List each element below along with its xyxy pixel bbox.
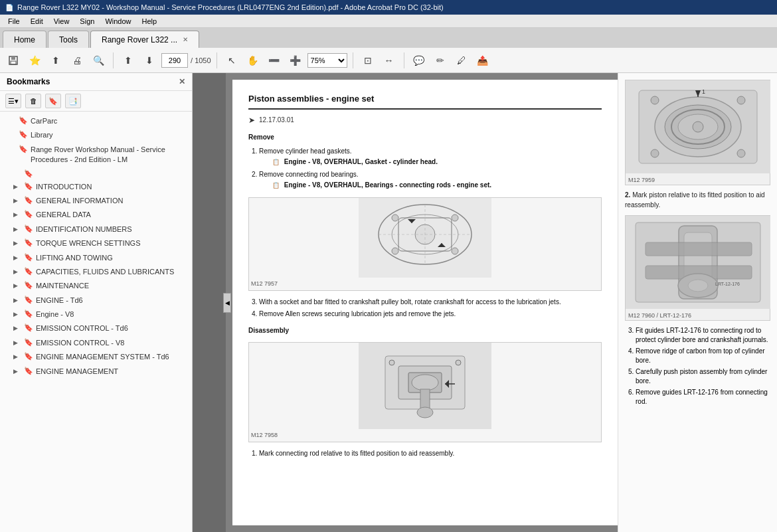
separator-1 bbox=[113, 52, 114, 68]
bookmark-icon: 🔖 bbox=[24, 253, 33, 262]
bookmarks-list: 🔖 CarParc 🔖 Library 🔖 Range Rover Worksh… bbox=[0, 112, 192, 532]
svg-point-15 bbox=[452, 215, 458, 221]
fit-page-button[interactable]: ⊡ bbox=[359, 51, 377, 70]
main-area: Bookmarks ✕ ☰▾ 🗑 🔖 📑 🔖 CarParc 🔖 Library bbox=[0, 73, 777, 532]
menu-edit[interactable]: Edit bbox=[25, 16, 48, 27]
bookmark-item-carparc[interactable]: 🔖 CarParc bbox=[0, 114, 192, 128]
bookmark-label: GENERAL DATA bbox=[36, 210, 187, 220]
share-button[interactable]: ⬆ bbox=[46, 51, 65, 70]
bookmark-label: IDENTIFICATION NUMBERS bbox=[36, 224, 187, 234]
bookmark-item-introduction[interactable]: ▶ 🔖 INTRODUCTION bbox=[0, 180, 192, 194]
svg-text:LRT-12-176: LRT-12-176 bbox=[715, 282, 740, 286]
bookmarks-close-icon[interactable]: ✕ bbox=[179, 77, 185, 86]
tab-tools[interactable]: Tools bbox=[48, 31, 89, 48]
pdf-step2-note: 📋 Engine - V8, OVERHAUL, Bearings - conn… bbox=[259, 181, 602, 191]
tab-document-label: Range Rover L322 ... bbox=[102, 35, 177, 44]
bookmark-item-general-info[interactable]: ▶ 🔖 GENERAL INFORMATION bbox=[0, 194, 192, 208]
tab-tools-label: Tools bbox=[59, 35, 78, 44]
pdf-step-4: Remove Allen screws securing lubrication… bbox=[259, 310, 602, 319]
bookmark-item-maintenance[interactable]: ▶ 🔖 MAINTENANCE bbox=[0, 279, 192, 293]
prev-page-button[interactable]: ⬆ bbox=[119, 51, 137, 70]
bookmarks-title: Bookmarks bbox=[7, 77, 50, 86]
bookmark-item-manual[interactable]: 🔖 Range Rover Workshop Manual - Service … bbox=[0, 143, 192, 167]
rp-step-6: Remove guides LRT-12-176 from connecting… bbox=[636, 388, 770, 406]
rp-caption-2: M12 7960 / LRT-12-176 bbox=[626, 311, 770, 320]
zoom-out-button[interactable]: ➖ bbox=[265, 51, 284, 70]
expand-icon: ▶ bbox=[13, 268, 23, 275]
expand-icon: ▶ bbox=[13, 339, 23, 346]
pdf-step1-note: 📋 Engine - V8, OVERHAUL, Gasket - cylind… bbox=[259, 157, 602, 167]
bookmark-label: INTRODUCTION bbox=[36, 182, 187, 192]
menu-file[interactable]: File bbox=[3, 16, 25, 27]
zoom-in-button[interactable]: ➕ bbox=[286, 51, 305, 70]
svg-point-36 bbox=[651, 96, 659, 104]
bookmark-icon: 🔖 bbox=[19, 145, 28, 153]
bookmark-item-engine-td6[interactable]: ▶ 🔖 ENGINE - Td6 bbox=[0, 294, 192, 308]
highlight-button[interactable]: ✏ bbox=[431, 51, 450, 70]
bm-options-button[interactable]: ☰▾ bbox=[5, 94, 21, 108]
expand-icon: ▶ bbox=[13, 297, 23, 304]
expand-icon: ▶ bbox=[13, 211, 23, 218]
bookmark-item-emission-v8[interactable]: ▶ 🔖 EMISSION CONTROL - V8 bbox=[0, 336, 192, 350]
share2-button[interactable]: 📤 bbox=[474, 51, 492, 70]
bookmark-label: MAINTENANCE bbox=[36, 281, 187, 291]
tools-more-button[interactable]: 🖊 bbox=[452, 51, 471, 70]
expand-icon: ▶ bbox=[13, 311, 23, 317]
pdf-step-3: With a socket and bar fitted to cranksha… bbox=[259, 298, 602, 308]
bookmark-item-eng-mgmt[interactable]: ▶ 🔖 ENGINE MANAGEMENT bbox=[0, 365, 192, 379]
bookmark-label: CAPACITIES, FLUIDS AND LUBRICANTS bbox=[36, 267, 187, 277]
tab-document[interactable]: Range Rover L322 ... ✕ bbox=[90, 31, 199, 48]
menu-sign[interactable]: Sign bbox=[74, 16, 100, 27]
bookmark-item-capacities[interactable]: ▶ 🔖 CAPACITIES, FLUIDS AND LUBRICANTS bbox=[0, 265, 192, 279]
bookmark-item-eng-mgmt-td6[interactable]: ▶ 🔖 ENGINE MANAGEMENT SYSTEM - Td6 bbox=[0, 350, 192, 364]
pdf-image-1: M12 7957 bbox=[248, 197, 602, 291]
bookmark-item-torque-wrench[interactable]: ▶ 🔖 TORQUE WRENCH SETTINGS bbox=[0, 236, 192, 250]
expand-icon: ▶ bbox=[13, 368, 23, 375]
tab-home[interactable]: Home bbox=[3, 31, 46, 48]
fit-width-button[interactable]: ↔ bbox=[380, 51, 398, 70]
menu-view[interactable]: View bbox=[48, 16, 75, 27]
comment-button[interactable]: 💬 bbox=[410, 51, 428, 70]
bookmark-label: EMISSION CONTROL - V8 bbox=[36, 338, 187, 348]
menu-window[interactable]: Window bbox=[100, 16, 136, 27]
bookmark-item-general-data[interactable]: ▶ 🔖 GENERAL DATA bbox=[0, 208, 192, 222]
panel-collapse-button[interactable]: ◀ bbox=[223, 293, 231, 313]
next-page-button[interactable]: ⬇ bbox=[140, 51, 159, 70]
bookmark-label: LIFTING AND TOWING bbox=[36, 253, 187, 263]
cursor-tool[interactable]: ↖ bbox=[222, 51, 241, 70]
tab-close-icon[interactable]: ✕ bbox=[183, 36, 188, 43]
rp-note-2: 2. Mark piston relative to its fitted po… bbox=[625, 191, 770, 210]
print-button[interactable]: 🖨 bbox=[68, 51, 86, 70]
save-button[interactable] bbox=[4, 51, 23, 70]
svg-point-35 bbox=[693, 122, 703, 132]
bookmarks-header: Bookmarks ✕ bbox=[0, 73, 192, 91]
pdf-note-list: Mark connecting rod relative to its fitt… bbox=[248, 449, 602, 459]
search-button[interactable]: 🔍 bbox=[89, 51, 108, 70]
bookmark-item-emission-td6[interactable]: ▶ 🔖 EMISSION CONTROL - Td6 bbox=[0, 321, 192, 335]
svg-point-14 bbox=[392, 215, 398, 221]
engine-diagram-1 bbox=[359, 198, 491, 278]
tab-bar: Home Tools Range Rover L322 ... ✕ bbox=[0, 28, 777, 48]
bookmark-item-library[interactable]: 🔖 Library bbox=[0, 128, 192, 142]
separator-3 bbox=[353, 52, 353, 68]
bookmark-icon: 🔖 bbox=[24, 224, 33, 233]
tab-home-label: Home bbox=[14, 35, 35, 44]
bm-add-button[interactable]: 🔖 bbox=[45, 94, 61, 108]
bm-delete-button[interactable]: 🗑 bbox=[25, 94, 41, 108]
rp-image-1: 1 M12 7959 bbox=[625, 80, 770, 185]
page-input[interactable] bbox=[161, 53, 188, 68]
expand-icon: ▶ bbox=[13, 226, 23, 232]
bookmark-item-engine-v8[interactable]: ▶ 🔖 Engine - V8 bbox=[0, 308, 192, 321]
svg-point-24 bbox=[417, 407, 433, 418]
hand-tool[interactable]: ✋ bbox=[244, 51, 262, 70]
zoom-select[interactable]: 75% 100% 125% 150% bbox=[307, 53, 347, 68]
bm-new-button[interactable]: 📑 bbox=[65, 94, 81, 108]
toolbar: ⭐ ⬆ 🖨 🔍 ⬆ ⬇ / 1050 ↖ ✋ ➖ ➕ 75% 100% 125%… bbox=[0, 48, 777, 73]
bookmark-item-lifting-towing[interactable]: ▶ 🔖 LIFTING AND TOWING bbox=[0, 251, 192, 265]
svg-point-38 bbox=[651, 149, 659, 157]
bookmark-icon: 🔖 bbox=[24, 210, 33, 219]
menu-help[interactable]: Help bbox=[137, 16, 163, 27]
bookmark-button[interactable]: ⭐ bbox=[25, 51, 44, 70]
bookmark-item-id-numbers[interactable]: ▶ 🔖 IDENTIFICATION NUMBERS bbox=[0, 222, 192, 236]
expand-icon: ▶ bbox=[13, 183, 23, 190]
